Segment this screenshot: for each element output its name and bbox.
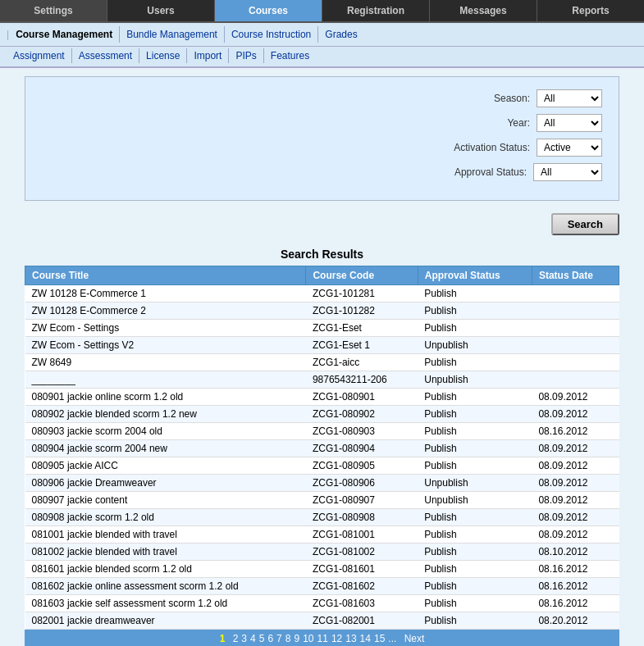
table-row[interactable]: 081001 jackie blended with travel ZCG1-0… bbox=[25, 526, 619, 544]
cell-approval-status: Publish bbox=[418, 612, 532, 630]
table-row[interactable]: ________ 9876543211-206 Unpublish bbox=[25, 371, 619, 389]
season-row: Season: All bbox=[42, 89, 602, 107]
cell-approval-status: Publish bbox=[418, 303, 532, 320]
subnav2-assessment[interactable]: Assessment bbox=[72, 48, 139, 63]
cell-course-code: ZCG1-081601 bbox=[306, 561, 418, 578]
table-row[interactable]: 081601 jackie blended scorm 1.2 old ZCG1… bbox=[25, 561, 619, 578]
table-row[interactable]: 082001 jackie dreamweaver ZCG1-082001 Pu… bbox=[25, 612, 619, 630]
table-row[interactable]: 080908 jackie scorm 1.2 old ZCG1-080908 … bbox=[25, 509, 619, 526]
nav-courses[interactable]: Courses bbox=[215, 0, 322, 21]
cell-approval-status: Publish bbox=[418, 354, 532, 371]
cell-course-code: ZCG1-081603 bbox=[306, 595, 418, 612]
col-approval-status: Approval Status bbox=[418, 266, 532, 285]
table-row[interactable]: 080904 jackie scorm 2004 new ZCG1-080904… bbox=[25, 440, 619, 457]
pagination-page[interactable]: 7 bbox=[276, 633, 282, 644]
table-row[interactable]: 080906 jackie Dreamweaver ZCG1-080906 Un… bbox=[25, 475, 619, 492]
cell-course-code: ZCG1-080906 bbox=[306, 475, 418, 492]
season-select[interactable]: All bbox=[537, 89, 602, 107]
results-title: Search Results bbox=[25, 248, 619, 261]
cell-course-title: 080907 jackie content bbox=[25, 492, 306, 509]
subnav2-pips[interactable]: PIPs bbox=[229, 48, 263, 63]
cell-approval-status: Publish bbox=[418, 526, 532, 544]
cell-course-code: ZCG1-101281 bbox=[306, 285, 418, 303]
table-row[interactable]: 080903 jackie scorm 2004 old ZCG1-080903… bbox=[25, 423, 619, 440]
pagination-page[interactable]: 3 bbox=[241, 633, 247, 644]
pagination-page[interactable]: 2 bbox=[233, 633, 239, 644]
table-row[interactable]: ZW 10128 E-Commerce 1 ZCG1-101281 Publis… bbox=[25, 285, 619, 303]
cell-course-code: ZCG1-080908 bbox=[306, 509, 418, 526]
activation-status-select[interactable]: Active Inactive All bbox=[537, 139, 602, 157]
pagination-page[interactable]: 15 bbox=[374, 633, 385, 644]
cell-course-title: 080904 jackie scorm 2004 new bbox=[25, 440, 306, 457]
cell-approval-status: Publish bbox=[418, 457, 532, 475]
pagination-page[interactable]: 11 bbox=[317, 633, 328, 644]
table-row[interactable]: 080902 jackie blended scorm 1.2 new ZCG1… bbox=[25, 406, 619, 423]
cell-status-date: 08.09.2012 bbox=[532, 440, 619, 457]
pagination-page[interactable]: 13 bbox=[345, 633, 356, 644]
pagination-page[interactable]: 4 bbox=[250, 633, 256, 644]
nav-users[interactable]: Users bbox=[107, 0, 215, 21]
subnav-bundle-management[interactable]: Bundle Management bbox=[120, 26, 225, 43]
cell-course-title: 081602 jackie online assessment scorm 1.… bbox=[25, 578, 306, 595]
cell-course-code: ZCG1-aicc bbox=[306, 354, 418, 371]
cell-course-code: ZCG1-081602 bbox=[306, 578, 418, 595]
top-navigation: Settings Users Courses Registration Mess… bbox=[0, 0, 644, 23]
subnav-course-instruction[interactable]: Course Instruction bbox=[225, 26, 318, 43]
table-row[interactable]: ZW 10128 E-Commerce 2 ZCG1-101282 Publis… bbox=[25, 303, 619, 320]
subnav-course-management[interactable]: Course Management bbox=[9, 26, 120, 43]
subnav-grades[interactable]: Grades bbox=[318, 26, 363, 43]
table-row[interactable]: ZW 8649 ZCG1-aicc Publish bbox=[25, 354, 619, 371]
table-row[interactable]: ZW Ecom - Settings ZCG1-Eset Publish bbox=[25, 320, 619, 337]
pagination-current[interactable]: 1 bbox=[220, 633, 226, 644]
cell-course-code: ZCG1-101282 bbox=[306, 303, 418, 320]
table-row[interactable]: ZW Ecom - Settings V2 ZCG1-Eset 1 Unpubl… bbox=[25, 337, 619, 354]
subnav2-license[interactable]: License bbox=[139, 48, 187, 63]
cell-course-title: ZW 8649 bbox=[25, 354, 306, 371]
year-label: Year: bbox=[399, 117, 530, 129]
cell-course-code: ZCG1-080907 bbox=[306, 492, 418, 509]
cell-status-date: 08.09.2012 bbox=[532, 475, 619, 492]
cell-course-code: ZCG1-Eset 1 bbox=[306, 337, 418, 354]
cell-course-title: ZW 10128 E-Commerce 1 bbox=[25, 285, 306, 303]
pagination-page[interactable]: 5 bbox=[259, 633, 265, 644]
nav-reports[interactable]: Reports bbox=[537, 0, 644, 21]
col-course-title: Course Title bbox=[25, 266, 306, 285]
cell-course-code: ZCG1-082001 bbox=[306, 612, 418, 630]
cell-approval-status: Publish bbox=[418, 320, 532, 337]
pagination-page[interactable]: 8 bbox=[285, 633, 291, 644]
season-label: Season: bbox=[399, 93, 530, 104]
nav-settings[interactable]: Settings bbox=[0, 0, 107, 21]
subnav2-import[interactable]: Import bbox=[187, 48, 229, 63]
approval-status-select[interactable]: All Publish Unpublish bbox=[533, 163, 602, 181]
pagination-page[interactable]: 9 bbox=[294, 633, 299, 644]
cell-status-date bbox=[532, 337, 619, 354]
col-status-date: Status Date bbox=[532, 266, 619, 285]
pagination-page[interactable]: 12 bbox=[331, 633, 342, 644]
pagination-page[interactable]: ... bbox=[388, 633, 396, 644]
cell-status-date: 08.10.2012 bbox=[532, 544, 619, 561]
table-row[interactable]: 081602 jackie online assessment scorm 1.… bbox=[25, 578, 619, 595]
table-row[interactable]: 080901 jackie online scorm 1.2 old ZCG1-… bbox=[25, 389, 619, 406]
table-row[interactable]: 080907 jackie content ZCG1-080907 Unpubl… bbox=[25, 492, 619, 509]
pagination-page[interactable]: 14 bbox=[360, 633, 371, 644]
nav-registration[interactable]: Registration bbox=[322, 0, 430, 21]
table-row[interactable]: 081002 jackie blended with travel ZCG1-0… bbox=[25, 544, 619, 561]
cell-course-title: ZW Ecom - Settings bbox=[25, 320, 306, 337]
table-row[interactable]: 080905 jackie AICC ZCG1-080905 Publish 0… bbox=[25, 457, 619, 475]
pagination-page[interactable]: 10 bbox=[303, 633, 313, 644]
cell-approval-status: Publish bbox=[418, 406, 532, 423]
subnav2-features[interactable]: Features bbox=[264, 48, 316, 63]
table-row[interactable]: 081603 jackie self assessment scorm 1.2 … bbox=[25, 595, 619, 612]
cell-course-title: 081001 jackie blended with travel bbox=[25, 526, 306, 544]
cell-status-date: 08.09.2012 bbox=[532, 406, 619, 423]
cell-approval-status: Publish bbox=[418, 509, 532, 526]
search-button[interactable]: Search bbox=[551, 213, 619, 235]
cell-status-date bbox=[532, 320, 619, 337]
pagination-next[interactable]: Next bbox=[404, 633, 425, 644]
pagination-page[interactable]: 6 bbox=[267, 633, 273, 644]
year-select[interactable]: All bbox=[537, 114, 602, 132]
nav-messages[interactable]: Messages bbox=[430, 0, 537, 21]
cell-approval-status: Publish bbox=[418, 285, 532, 303]
cell-approval-status: Unpublish bbox=[418, 371, 532, 389]
subnav2-assignment[interactable]: Assignment bbox=[7, 48, 72, 63]
